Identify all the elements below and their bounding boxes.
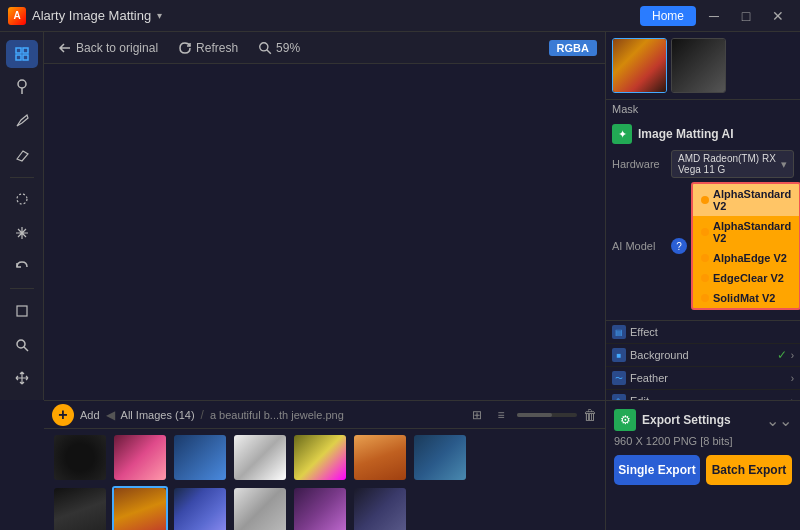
pen-tool[interactable] — [6, 107, 38, 135]
canvas-toolbar: Back to original Refresh 59% RGBA — [44, 32, 605, 64]
feather-chevron: › — [791, 373, 794, 384]
background-chevron: › — [791, 350, 794, 361]
lasso-tool[interactable] — [6, 185, 38, 213]
filmstrip-thumb-9-active[interactable] — [112, 486, 168, 530]
export-panel: ⚙ Export Settings ⌄⌄ 960 X 1200 PNG [8 b… — [605, 400, 800, 530]
preview-thumbnails — [606, 32, 800, 100]
filmstrip-thumb-10[interactable] — [172, 486, 228, 530]
add-image-button[interactable]: + — [52, 404, 74, 426]
background-row[interactable]: ■ Background ✓ › — [606, 344, 800, 367]
ai-model-label: AI Model — [612, 240, 667, 252]
filmstrip-toolbar: + Add ◀ All Images (14) / a beautiful b.… — [44, 401, 605, 429]
batch-export-button[interactable]: Batch Export — [706, 455, 792, 485]
svg-rect-1 — [23, 48, 28, 53]
svg-point-8 — [260, 42, 268, 50]
maximize-button[interactable]: □ — [732, 6, 760, 26]
filmstrip-thumb-6[interactable] — [352, 433, 408, 482]
feather-icon: 〜 — [612, 371, 626, 385]
export-settings-icon: ⚙ — [614, 409, 636, 431]
ai-model-dropdown-list: AlphaStandard V2 AlphaStandard V2 AlphaE… — [691, 182, 800, 310]
mask-label: Mask — [606, 100, 800, 118]
move-tool[interactable] — [6, 364, 38, 392]
list-view-button[interactable]: ≡ — [491, 405, 511, 425]
toolbar-divider-1 — [10, 177, 34, 178]
ai-model-option-alphastandard[interactable]: AlphaStandard V2 — [693, 184, 799, 216]
svg-point-7 — [17, 340, 25, 348]
title-bar: A Alarty Image Matting ▾ Home ─ □ ✕ — [0, 0, 800, 32]
option-dot-1 — [701, 196, 709, 204]
export-settings-expand[interactable]: ⌄⌄ — [766, 411, 792, 430]
title-bar-left: A Alarty Image Matting ▾ — [8, 7, 162, 25]
export-settings-label: Export Settings — [642, 413, 731, 427]
ai-section-header: ✦ Image Matting AI — [612, 124, 794, 144]
export-buttons: Single Export Batch Export — [614, 455, 792, 485]
hardware-dropdown-arrow: ▾ — [781, 158, 787, 171]
filename-label: a beautiful b...th jewele.png — [210, 409, 344, 421]
breadcrumb-sep-1: ◀ — [106, 408, 115, 422]
app-title: Alarty Image Matting — [32, 8, 151, 23]
filmstrip-content[interactable] — [44, 429, 605, 530]
svg-rect-6 — [17, 306, 27, 316]
zoom-slider[interactable] — [517, 413, 577, 417]
refresh-button[interactable]: Refresh — [172, 39, 244, 57]
feather-label: Feather — [630, 372, 787, 384]
filmstrip-thumb-11[interactable] — [232, 486, 288, 530]
rgba-badge[interactable]: RGBA — [549, 40, 597, 56]
eraser-tool[interactable] — [6, 141, 38, 169]
ai-model-help[interactable]: ? — [671, 238, 687, 254]
feather-row[interactable]: 〜 Feather › — [606, 367, 800, 390]
effect-row[interactable]: ▤ Effect — [606, 321, 800, 344]
breadcrumb-sep-2: / — [201, 408, 204, 422]
middle-row: Back to original Refresh 59% RGBA — [0, 32, 800, 400]
filmstrip-thumb-1[interactable] — [52, 433, 108, 482]
single-export-button[interactable]: Single Export — [614, 455, 700, 485]
brush-tool[interactable] — [6, 74, 38, 102]
filmstrip-thumb-12[interactable] — [292, 486, 348, 530]
select-tool[interactable] — [6, 40, 38, 68]
ai-model-option-edgeclear[interactable]: EdgeClear V2 — [693, 268, 799, 288]
title-bar-right: Home ─ □ ✕ — [640, 6, 792, 26]
export-info: 960 X 1200 PNG [8 bits] — [614, 435, 792, 447]
background-icon: ■ — [612, 348, 626, 362]
minimize-button[interactable]: ─ — [700, 6, 728, 26]
svg-rect-3 — [23, 55, 28, 60]
zoom-display: 59% — [252, 39, 306, 57]
left-toolbar — [0, 32, 44, 400]
effect-icon: ▤ — [612, 325, 626, 339]
ai-section-icon: ✦ — [612, 124, 632, 144]
all-images-label[interactable]: All Images (14) — [121, 409, 195, 421]
filmstrip-thumb-7[interactable] — [412, 433, 468, 482]
filmstrip-thumb-4[interactable] — [232, 433, 288, 482]
title-dropdown-arrow[interactable]: ▾ — [157, 10, 162, 21]
zoom-tool[interactable] — [6, 331, 38, 359]
filmstrip-icons: ⊞ ≡ — [467, 405, 511, 425]
close-button[interactable]: ✕ — [764, 6, 792, 26]
original-thumb[interactable] — [612, 38, 667, 93]
ai-model-option-alphaedge[interactable]: AlphaEdge V2 — [693, 248, 799, 268]
hardware-label: Hardware — [612, 158, 667, 170]
bottom-filmstrip: + Add ◀ All Images (14) / a beautiful b.… — [44, 400, 605, 530]
home-button[interactable]: Home — [640, 6, 696, 26]
background-check: ✓ — [777, 348, 787, 362]
undo-tool[interactable] — [6, 253, 38, 281]
background-label: Background — [630, 349, 773, 361]
filmstrip-thumb-3[interactable] — [172, 433, 228, 482]
filmstrip-thumb-13[interactable] — [352, 486, 408, 530]
ai-model-row: AI Model ? AlphaStandard V2 AlphaStandar… — [612, 182, 794, 310]
magic-wand-tool[interactable] — [6, 219, 38, 247]
app-container: A Alarty Image Matting ▾ Home ─ □ ✕ — [0, 0, 800, 530]
filmstrip-thumb-2[interactable] — [112, 433, 168, 482]
delete-button[interactable]: 🗑 — [583, 407, 597, 423]
option-dot-3 — [701, 254, 709, 262]
edit-row[interactable]: ✎ Edit › — [606, 390, 800, 400]
mask-thumb[interactable] — [671, 38, 726, 93]
crop-tool[interactable] — [6, 297, 38, 325]
grid-view-button[interactable]: ⊞ — [467, 405, 487, 425]
ai-model-option-solidmat[interactable]: SolidMat V2 — [693, 288, 799, 308]
filmstrip-thumb-8[interactable] — [52, 486, 108, 530]
export-settings-row: ⚙ Export Settings ⌄⌄ — [614, 409, 792, 431]
filmstrip-thumb-5[interactable] — [292, 433, 348, 482]
ai-model-option-alphastandard-2[interactable]: AlphaStandard V2 — [693, 216, 799, 248]
back-to-original-button[interactable]: Back to original — [52, 39, 164, 57]
hardware-dropdown[interactable]: AMD Radeon(TM) RX Vega 11 G ▾ — [671, 150, 794, 178]
